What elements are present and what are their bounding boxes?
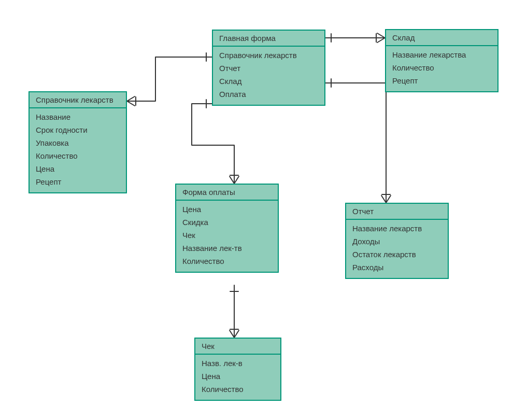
entity-attr: Справочник лекарств [219, 49, 319, 62]
entity-attr: Цена [182, 203, 273, 216]
entity-title: Склад [386, 30, 497, 46]
entity-attr: Количество [202, 383, 275, 396]
entity-sklad: Склад Название лекарства Количество Реце… [385, 29, 498, 92]
entity-attrs: Название Срок годности Упаковка Количест… [30, 108, 126, 192]
entity-attr: Остаток лекарств [352, 248, 443, 261]
entity-attr: Количество [182, 255, 273, 268]
entity-attr: Назв. лек-в [202, 357, 275, 370]
entity-attr: Расходы [352, 261, 443, 274]
entity-attr: Количество [392, 61, 492, 74]
entity-attr: Упаковка [36, 136, 121, 149]
entity-attr: Цена [202, 370, 275, 383]
entity-title: Справочник лекарств [30, 92, 126, 108]
entity-attr: Оплата [219, 88, 319, 101]
entity-attr: Цена [36, 162, 121, 175]
entity-attr: Рецепт [36, 175, 121, 188]
entity-attr: Скидка [182, 216, 273, 229]
entity-attrs: Назв. лек-в Цена Количество [195, 355, 280, 400]
entity-otchet: Отчет Название лекарств Доходы Остаток л… [345, 203, 449, 279]
entity-attr: Срок годности [36, 123, 121, 136]
entity-attr: Название лекарства [392, 48, 492, 61]
entity-attrs: Название лекарств Доходы Остаток лекарст… [346, 220, 448, 278]
entity-forma-oplaty: Форма оплаты Цена Скидка Чек Название ле… [175, 184, 279, 273]
entity-attr: Чек [182, 229, 273, 242]
entity-attr: Название лекарств [352, 222, 443, 235]
entity-attrs: Справочник лекарств Отчет Склад Оплата [213, 47, 324, 105]
entity-attrs: Цена Скидка Чек Название лек-тв Количест… [176, 201, 278, 272]
entity-attr: Доходы [352, 235, 443, 248]
entity-chek: Чек Назв. лек-в Цена Количество [194, 338, 281, 401]
entity-attrs: Название лекарства Количество Рецепт [386, 46, 497, 91]
entity-attr: Количество [36, 149, 121, 162]
entity-attr: Рецепт [392, 74, 492, 87]
entity-attr: Название лек-тв [182, 242, 273, 255]
entity-title: Главная форма [213, 31, 324, 47]
entity-attr: Отчет [219, 62, 319, 75]
entity-title: Отчет [346, 204, 448, 220]
entity-main-form: Главная форма Справочник лекарств Отчет … [212, 30, 325, 106]
entity-title: Форма оплаты [176, 185, 278, 201]
entity-spravochnik: Справочник лекарств Название Срок годнос… [29, 91, 127, 193]
entity-attr: Склад [219, 75, 319, 88]
entity-attr: Название [36, 110, 121, 123]
entity-title: Чек [195, 339, 280, 355]
